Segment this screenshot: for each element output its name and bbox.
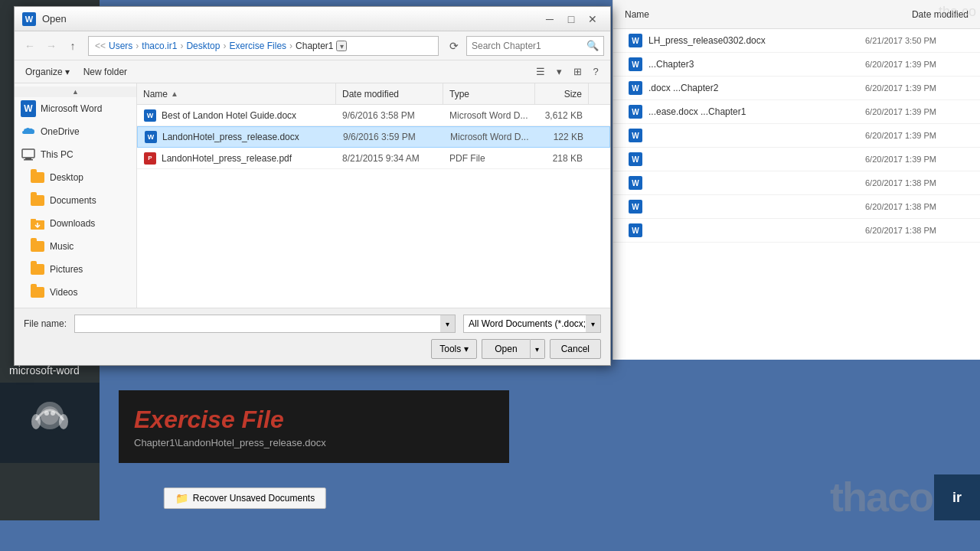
- sidebar-label-word: Microsoft Word: [41, 103, 102, 114]
- music-folder-icon: [30, 239, 45, 254]
- breadcrumb-dropdown-button[interactable]: ▾: [336, 41, 347, 51]
- cancel-label: Cancel: [561, 344, 590, 354]
- videos-folder-icon: [30, 285, 45, 300]
- sidebar-item-this-pc[interactable]: This PC: [15, 143, 136, 166]
- sidebar-item-desktop[interactable]: Desktop: [15, 166, 136, 189]
- word-icon: W: [629, 152, 642, 166]
- options-label: microsoft-word: [9, 364, 80, 377]
- col-header-name[interactable]: Name ▲: [137, 83, 336, 104]
- open-label: Open: [495, 344, 517, 354]
- col-header-type[interactable]: Type: [443, 83, 535, 104]
- cancel-button[interactable]: Cancel: [550, 339, 601, 359]
- forward-button[interactable]: →: [42, 37, 60, 55]
- bg-list-item[interactable]: W ...Chapter3 6/20/2017 1:39 PM: [613, 53, 980, 77]
- open-button-group: Open ▾: [482, 339, 544, 359]
- folder-shape: [31, 195, 44, 206]
- item-date: 6/20/2017 1:39 PM: [865, 60, 965, 69]
- col-header-size[interactable]: Size: [535, 83, 589, 104]
- file-name-text: Best of Landon Hotel Guide.docx: [162, 110, 296, 121]
- sidebar-scroll-up[interactable]: ▲: [15, 86, 136, 97]
- breadcrumb-chapter: Chapter1: [296, 41, 333, 51]
- bg-list-item[interactable]: W 6/20/2017 1:38 PM: [613, 195, 980, 219]
- sidebar-item-microsoft-word[interactable]: W Microsoft Word: [15, 97, 136, 120]
- svg-rect-8: [24, 159, 33, 161]
- sidebar-label-desktop: Desktop: [50, 172, 83, 183]
- cloud-svg: [21, 126, 36, 137]
- sidebar-label-onedrive: OneDrive: [41, 126, 80, 137]
- pictures-folder-icon: [30, 262, 45, 277]
- sidebar-label-videos: Videos: [50, 287, 77, 298]
- search-button[interactable]: 🔍: [586, 38, 599, 54]
- bg-list-item[interactable]: W 6/20/2017 1:39 PM: [613, 148, 980, 171]
- breadcrumb-thaco[interactable]: thaco.ir1: [142, 41, 177, 51]
- svg-rect-7: [25, 158, 31, 159]
- col-header-date[interactable]: Date modified: [336, 83, 443, 104]
- bg-list-item[interactable]: W 6/20/2017 1:39 PM: [613, 124, 980, 148]
- file-row[interactable]: W LandonHotel_press_release.docx 9/6/201…: [137, 126, 610, 148]
- word-icon: W: [629, 129, 642, 142]
- word-icon: W: [629, 34, 642, 47]
- open-button[interactable]: Open: [482, 339, 529, 359]
- file-date-cell: 9/6/2016 3:58 PM: [336, 105, 443, 126]
- item-date: 6/20/2017 1:39 PM: [865, 155, 965, 164]
- sidebar-item-videos[interactable]: Videos: [15, 281, 136, 304]
- item-date: 6/20/2017 1:39 PM: [865, 131, 965, 140]
- breadcrumb-desktop[interactable]: Desktop: [186, 41, 220, 51]
- new-folder-button[interactable]: New folder: [77, 64, 133, 80]
- refresh-button[interactable]: ⟳: [445, 37, 463, 55]
- ms-word-sidebar-icon: W: [21, 101, 36, 116]
- sidebar-item-music[interactable]: Music: [15, 235, 136, 258]
- file-size-text: 122 KB: [554, 132, 583, 142]
- word-icon: W: [629, 105, 642, 119]
- back-button[interactable]: ←: [21, 37, 39, 55]
- up-button[interactable]: ↑: [64, 37, 82, 55]
- sidebar-item-local-disk[interactable]: Local Disk (C:): [15, 304, 136, 308]
- filetype-select[interactable]: All Word Documents (*.docx;*.d: [463, 315, 601, 333]
- folder-shape: [31, 172, 44, 183]
- item-date: 6/20/2017 1:38 PM: [865, 226, 965, 235]
- filename-dropdown-button[interactable]: ▾: [440, 315, 456, 333]
- dialog-main: ▲ W Microsoft Word OneDrive: [15, 83, 610, 308]
- bg-list-item[interactable]: W 6/20/2017 1:38 PM: [613, 219, 980, 243]
- bg-list-item[interactable]: W LH_press_release0302.docx 6/21/2017 3:…: [613, 29, 980, 53]
- recover-btn[interactable]: 📁 Recover Unsaved Documents: [164, 487, 326, 509]
- close-button[interactable]: ✕: [583, 11, 603, 28]
- bg-list-item[interactable]: W .docx ...Chapter2 6/20/2017 1:39 PM: [613, 77, 980, 100]
- tools-button[interactable]: Tools ▾: [431, 339, 477, 359]
- item-date: 6/20/2017 1:39 PM: [865, 83, 965, 93]
- organize-button[interactable]: Organize ▾: [21, 64, 74, 80]
- filename-row: File name: ▾ All Word Documents (*.docx;…: [24, 315, 601, 333]
- view-details-button[interactable]: ☰: [532, 64, 549, 80]
- view-dropdown-button[interactable]: ▾: [550, 64, 567, 80]
- filename-input[interactable]: [74, 315, 456, 333]
- word-icon: W: [629, 223, 642, 237]
- view-split-button[interactable]: ⊞: [569, 64, 586, 80]
- file-row[interactable]: P LandonHotel_press_release.pdf 8/21/201…: [137, 148, 610, 169]
- sidebar-item-pictures[interactable]: Pictures: [15, 258, 136, 281]
- file-row[interactable]: W Best of Landon Hotel Guide.docx 9/6/20…: [137, 105, 610, 126]
- avatar-icon: [19, 393, 80, 454]
- minimize-button[interactable]: ─: [540, 11, 560, 28]
- desktop-folder-icon: [30, 170, 45, 185]
- help-button[interactable]: ?: [587, 64, 604, 80]
- bg-list-item[interactable]: W 6/20/2017 1:38 PM: [613, 171, 980, 195]
- file-name-text: LandonHotel_press_release.docx: [162, 132, 299, 142]
- sidebar-item-downloads[interactable]: Downloads: [15, 212, 136, 235]
- sidebar-item-documents[interactable]: Documents: [15, 189, 136, 212]
- maximize-button[interactable]: □: [561, 11, 581, 28]
- recover-label: Recover Unsaved Documents: [193, 493, 315, 504]
- word-file-icon: W: [144, 130, 158, 144]
- sidebar-item-onedrive[interactable]: OneDrive: [15, 120, 136, 143]
- open-dropdown-button[interactable]: ▾: [530, 339, 545, 359]
- recover-icon: 📁: [175, 492, 188, 504]
- file-type-text: Microsoft Word D...: [449, 110, 528, 121]
- file-type-text: PDF File: [449, 153, 485, 164]
- ir-text: ir: [952, 490, 962, 506]
- word-logo: W: [21, 100, 36, 117]
- search-input[interactable]: [472, 41, 586, 51]
- bg-list-item[interactable]: W ...ease.docx ...Chapter1 6/20/2017 1:3…: [613, 100, 980, 124]
- breadcrumb-users[interactable]: Users: [109, 41, 132, 51]
- word-icon: W: [629, 176, 642, 190]
- breadcrumb-exercise[interactable]: Exercise Files: [229, 41, 286, 51]
- tools-label: Tools: [439, 344, 461, 354]
